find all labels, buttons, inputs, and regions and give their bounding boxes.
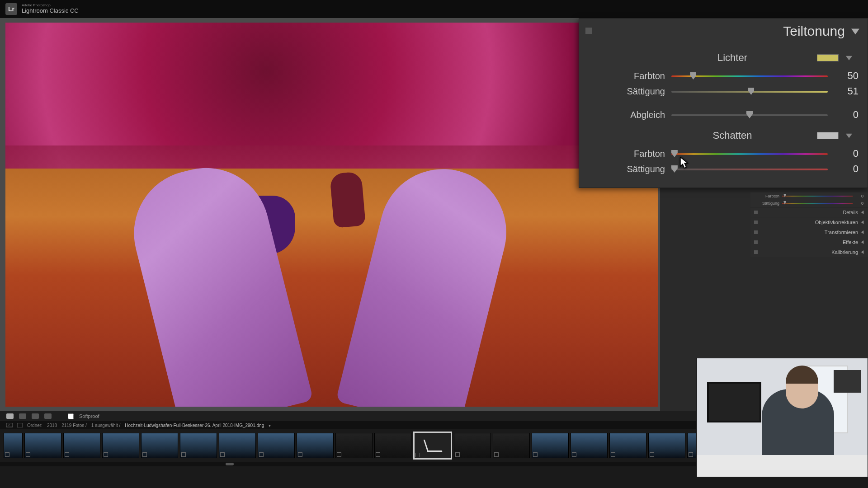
info-filename: Hochzeit-Ludwigshafen-Full-Benkesser-26.… [125, 423, 264, 428]
filmstrip-thumb[interactable] [454, 433, 491, 458]
highlights-hue-label: Farbton [606, 71, 665, 81]
filmstrip-thumb[interactable] [297, 433, 334, 458]
filmstrip-thumb[interactable] [493, 433, 530, 458]
info-folder-label: Ordner: [27, 423, 42, 428]
section-lens-corrections[interactable]: Objektivkorrekturen [750, 217, 868, 227]
shadows-header: Schatten [713, 130, 752, 141]
panel-collapse-icon[interactable] [851, 27, 859, 35]
mini-hue-label: Farbton [755, 194, 779, 198]
right-sidebar: Farbton 0 Sättigung 0 Details Objektivko… [750, 192, 868, 257]
section-details[interactable]: Details [750, 207, 868, 217]
shadows-sat-label: Sättigung [606, 164, 665, 174]
app-logo: Lr [5, 3, 17, 15]
highlights-sat-label: Sättigung [606, 86, 665, 97]
balance-label: Abgleich [606, 110, 665, 120]
filmstrip-thumb[interactable] [4, 433, 23, 458]
filmstrip-thumb-selected[interactable] [413, 432, 452, 460]
filmstrip-thumb[interactable] [180, 433, 217, 458]
info-folder[interactable]: 2018 [47, 423, 57, 428]
title-bar: Lr Adobe Photoshop Lightroom Classic CC [0, 0, 868, 18]
shadows-hue-value[interactable]: 0 [834, 148, 859, 160]
filmstrip-thumb[interactable] [102, 433, 139, 458]
section-transform[interactable]: Transformieren [750, 227, 868, 237]
svg-text:2: 2 [8, 423, 10, 427]
split-toning-panel: Teiltonung Lichter Farbton 50 Sättigung [579, 18, 868, 188]
section-effects[interactable]: Effekte [750, 237, 868, 247]
shadows-sat-slider[interactable] [671, 164, 828, 174]
shadows-hue-label: Farbton [606, 149, 665, 159]
webcam-overlay [696, 358, 868, 477]
photo-preview[interactable] [5, 23, 658, 407]
highlights-hue-value[interactable]: 50 [834, 70, 859, 82]
filmstrip-thumb[interactable] [609, 433, 646, 458]
filmstrip-thumb[interactable] [258, 433, 295, 458]
filmstrip-thumb[interactable] [648, 433, 685, 458]
highlights-header: Lichter [717, 52, 747, 64]
filmstrip-thumb[interactable] [335, 433, 373, 458]
highlights-hue-slider[interactable] [671, 71, 828, 80]
mini-sat-label: Sättigung [755, 201, 779, 206]
softproof-checkbox[interactable] [68, 413, 74, 419]
filmstrip-thumb[interactable] [141, 433, 178, 458]
panel-switch-icon[interactable] [585, 28, 592, 34]
mini-hue-value[interactable]: 0 [854, 194, 863, 198]
svg-rect-2 [17, 423, 23, 427]
panel-title: Teiltonung [783, 23, 845, 39]
balance-slider[interactable] [671, 110, 828, 119]
grid-icon[interactable] [17, 423, 23, 427]
info-count: 2119 Fotos / [61, 423, 87, 428]
filmstrip-thumb[interactable] [532, 433, 569, 458]
highlights-chevron-icon[interactable] [846, 55, 852, 61]
survey-view-icon[interactable] [32, 413, 39, 419]
filmstrip-thumb[interactable] [63, 433, 100, 458]
shadows-color-swatch[interactable] [817, 132, 839, 139]
shadows-hue-slider[interactable] [671, 149, 828, 158]
section-calibration[interactable]: Kalibrierung [750, 247, 868, 257]
balance-value[interactable]: 0 [834, 109, 859, 121]
shadows-sat-value[interactable]: 0 [834, 163, 859, 175]
softproof-label: Softproof [79, 413, 99, 419]
main-area: Teiltonung Lichter Farbton 50 Sättigung [0, 18, 868, 411]
preview-column [0, 18, 660, 411]
loupe-view-icon[interactable] [6, 413, 14, 419]
mini-sat-slider[interactable] [782, 202, 853, 204]
app-name: Lightroom Classic CC [22, 8, 79, 14]
before-after-icon[interactable] [44, 413, 52, 419]
highlights-sat-slider[interactable] [671, 87, 828, 96]
filmstrip-thumb[interactable] [219, 433, 256, 458]
mini-hue-slider[interactable] [782, 195, 853, 197]
highlights-sat-value[interactable]: 51 [834, 85, 859, 97]
info-selected: 1 ausgewählt / [91, 423, 121, 428]
filmstrip-thumb[interactable] [571, 433, 608, 458]
highlights-color-swatch[interactable] [817, 54, 839, 61]
filmstrip-thumb[interactable] [374, 433, 411, 458]
second-display-icon[interactable]: 2 [6, 423, 13, 427]
shadows-chevron-icon[interactable] [846, 132, 852, 139]
mini-sat-value[interactable]: 0 [854, 201, 863, 206]
compare-view-icon[interactable] [19, 413, 26, 419]
filmstrip-thumb[interactable] [24, 433, 61, 458]
